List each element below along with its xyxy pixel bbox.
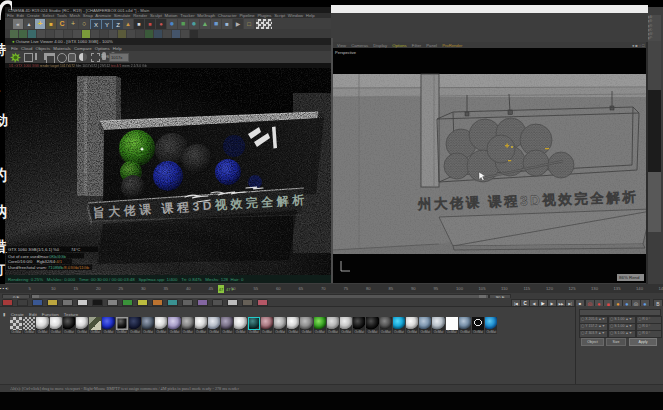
svg-text:Rendering: 0.25% Ms/slec: 0.: Rendering: 0.25% Ms/slec: 0.000 Time: 00… (8, 277, 244, 282)
svg-text:Perspective: Perspective (335, 50, 357, 55)
svg-text:86% Rend: 86% Rend (619, 275, 640, 280)
svg-text:GTX 1060 3GB(1/1,6.1): GTX 1060 3GB(1/1,6.1) (8, 247, 53, 252)
svg-text:Core0/16:0/0 Rgb32/64:4/1: Core0/16:0/0 Rgb32/64:4/1 (8, 259, 63, 264)
svg-text:Out of core used/max:0Kb/4Gb: Out of core used/max:0Kb/4Gb (8, 254, 66, 259)
svg-text:%0: %0 (53, 247, 60, 252)
svg-text:74°C: 74°C (71, 247, 80, 252)
svg-text:Used/free/total vram: 7108Mb/8: Used/free/total vram: 7108Mb/8.03Gb/11Gb (8, 265, 90, 270)
